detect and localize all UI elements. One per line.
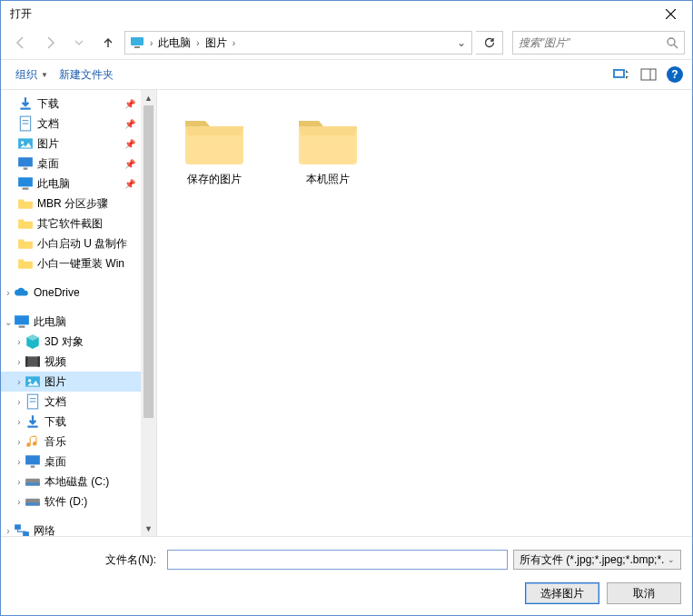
tree-music[interactable]: ›音乐: [1, 432, 141, 452]
tree-documents-qa[interactable]: 文档📌: [1, 114, 141, 134]
pictures-icon: [17, 135, 34, 152]
tree-onedrive[interactable]: ›OneDrive: [1, 283, 141, 303]
folder-icon: [182, 114, 247, 166]
tree-pictures[interactable]: ›图片: [1, 372, 141, 392]
forward-button[interactable]: [37, 30, 63, 55]
video-icon: [25, 353, 41, 370]
search-input[interactable]: [519, 36, 666, 49]
svg-line-5: [674, 45, 678, 48]
breadcrumb-thispc[interactable]: 此电脑: [153, 32, 195, 54]
music-icon: [25, 433, 41, 450]
svg-rect-3: [134, 46, 140, 48]
breadcrumb-pictures[interactable]: 图片: [201, 32, 232, 54]
address-dropdown[interactable]: ⌄: [451, 32, 471, 54]
svg-rect-21: [19, 326, 25, 328]
organize-label: 组织: [15, 67, 37, 83]
desktop-icon: [25, 453, 41, 470]
disk-icon: [25, 473, 41, 490]
folder-saved-pictures[interactable]: 保存的图片: [166, 108, 262, 193]
address-bar[interactable]: › 此电脑 › 图片 › ⌄: [124, 31, 472, 55]
folder-label: 本机照片: [306, 172, 350, 187]
search-icon[interactable]: [666, 36, 678, 49]
svg-rect-7: [615, 71, 623, 76]
file-list[interactable]: 保存的图片 本机照片: [157, 90, 692, 536]
file-type-filter[interactable]: 所有文件 (*.jpg;*.jpeg;*.bmp;*. ⌄: [513, 550, 681, 570]
scroll-thumb[interactable]: [144, 105, 153, 418]
tree-documents[interactable]: ›文档: [1, 392, 141, 412]
tree-3dobjects[interactable]: ›3D 对象: [1, 332, 141, 352]
svg-rect-37: [15, 524, 21, 530]
download-icon: [25, 413, 41, 430]
folder-icon: [17, 195, 34, 212]
chevron-right-icon[interactable]: ›: [232, 38, 236, 48]
tree-folder-other[interactable]: 其它软件截图: [1, 214, 141, 233]
refresh-button[interactable]: [476, 31, 503, 55]
up-button[interactable]: [95, 30, 121, 55]
svg-rect-31: [25, 455, 40, 464]
download-icon: [17, 95, 34, 112]
recent-dropdown[interactable]: [66, 30, 92, 55]
tree-thispc-qa[interactable]: 此电脑📌: [1, 174, 141, 194]
svg-point-4: [668, 38, 675, 45]
tree-desktop-qa[interactable]: 桌面📌: [1, 154, 141, 174]
svg-rect-34: [25, 482, 40, 485]
svg-rect-22: [25, 356, 40, 366]
back-button[interactable]: [8, 30, 34, 55]
folder-icon: [295, 114, 361, 166]
svg-rect-10: [20, 108, 30, 110]
svg-rect-2: [131, 37, 144, 45]
svg-rect-16: [18, 157, 33, 166]
svg-rect-8: [641, 69, 656, 80]
cancel-button[interactable]: 取消: [607, 582, 681, 604]
filename-label: 文件名(N):: [12, 552, 162, 568]
folder-icon: [17, 255, 34, 272]
help-button[interactable]: ?: [667, 66, 683, 83]
filename-input[interactable]: [167, 550, 508, 570]
new-folder-button[interactable]: 新建文件夹: [54, 64, 119, 86]
disk-icon: [25, 493, 41, 510]
tree-disk-c[interactable]: ›本地磁盘 (C:): [1, 472, 141, 492]
svg-rect-17: [24, 168, 28, 170]
folder-camera-roll[interactable]: 本机照片: [280, 108, 375, 193]
scroll-down-button[interactable]: ▼: [141, 521, 156, 536]
tree-downloads[interactable]: ›下载: [1, 412, 141, 432]
scroll-up-button[interactable]: ▲: [141, 90, 156, 105]
tree-folder-xiaobai-reinstall[interactable]: 小白一键重装 Win: [1, 253, 141, 273]
svg-rect-20: [15, 315, 29, 324]
open-button[interactable]: 选择图片: [525, 582, 599, 604]
tree-disk-d[interactable]: ›软件 (D:): [1, 492, 141, 512]
computer-icon: [14, 313, 30, 330]
svg-rect-24: [38, 356, 40, 366]
svg-rect-30: [27, 426, 37, 428]
search-box[interactable]: [512, 31, 685, 55]
svg-point-15: [21, 141, 24, 144]
svg-rect-38: [23, 532, 29, 536]
filter-label: 所有文件 (*.jpg;*.jpeg;*.bmp;*.: [520, 552, 664, 568]
svg-rect-32: [31, 466, 35, 468]
folder-label: 保存的图片: [187, 172, 242, 187]
svg-rect-18: [18, 177, 33, 186]
close-button[interactable]: [652, 3, 688, 25]
tree-network[interactable]: ›网络: [1, 521, 141, 536]
tree-folder-xiaobai-usb[interactable]: 小白启动 U 盘制作: [1, 233, 141, 253]
tree-downloads-qa[interactable]: 下载📌: [1, 94, 141, 114]
folder-icon: [17, 215, 34, 232]
location-icon: [129, 35, 145, 51]
preview-pane-button[interactable]: [636, 64, 661, 85]
document-icon: [17, 115, 34, 132]
view-mode-button[interactable]: [609, 64, 634, 85]
pin-icon: 📌: [124, 139, 135, 149]
organize-menu[interactable]: 组织▼: [10, 64, 54, 86]
tree-thispc[interactable]: ⌄此电脑: [1, 312, 141, 332]
pin-icon: 📌: [124, 159, 135, 169]
tree-folder-mbr[interactable]: MBR 分区步骤: [1, 194, 141, 214]
tree-videos[interactable]: ›视频: [1, 352, 141, 372]
tree-desktop[interactable]: ›桌面: [1, 452, 141, 472]
network-icon: [14, 522, 30, 536]
sidebar-scrollbar[interactable]: ▲ ▼: [141, 90, 156, 536]
3d-icon: [25, 333, 41, 350]
desktop-icon: [17, 155, 34, 172]
tree-pictures-qa[interactable]: 图片📌: [1, 134, 141, 154]
chevron-down-icon: ▼: [41, 71, 48, 79]
computer-icon: [17, 175, 34, 192]
